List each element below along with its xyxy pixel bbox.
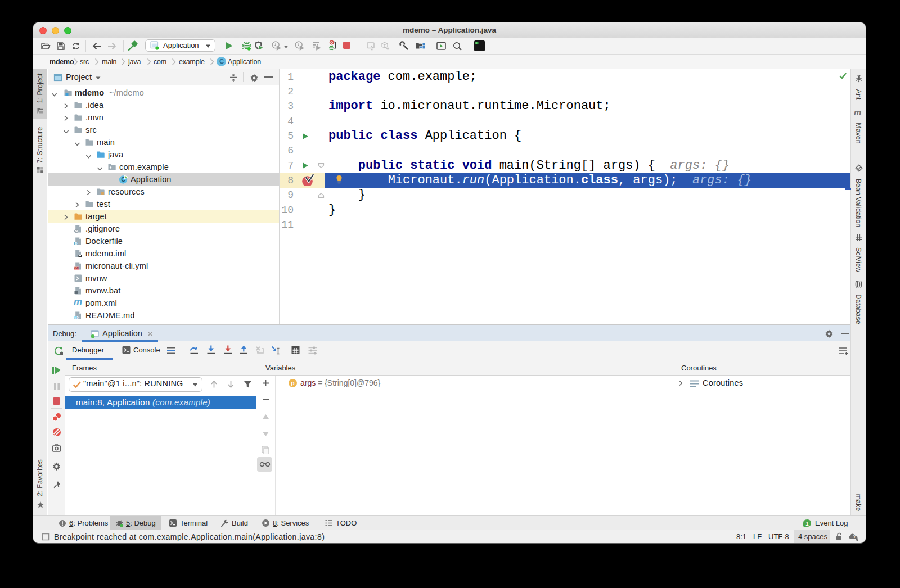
svg-text:MD: MD [74,316,79,319]
svg-text:?: ? [853,533,856,539]
svg-text:D: D [75,242,77,245]
svg-text:YML: YML [74,267,79,270]
svg-text:1: 1 [806,521,809,527]
svg-text:p: p [291,379,294,386]
